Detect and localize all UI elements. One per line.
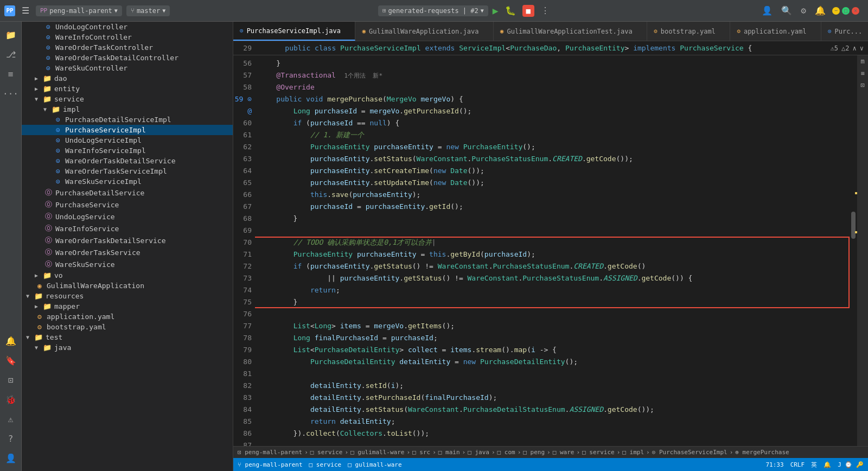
tree-label: mapper — [54, 302, 80, 310]
right-icon-bar: m ≡ ⊡ — [857, 55, 868, 446]
branch-selector[interactable]: ⑂ master ▼ — [126, 5, 170, 16]
java-icon: ⊙ — [53, 126, 63, 134]
scrollbar-thumb[interactable] — [851, 212, 856, 239]
project-icon[interactable]: 📁 — [2, 26, 20, 43]
tree-item-GulimallWareApplication[interactable]: ◉ GulimallWareApplication — [22, 281, 233, 291]
tab-application-yaml[interactable]: ⚙ application.yaml × — [730, 22, 821, 41]
tree-item-entity[interactable]: ▶ 📁 entity — [22, 84, 233, 94]
terminal-icon[interactable]: ⊡ — [2, 371, 20, 389]
tree-item-bootstrap-yaml[interactable]: ⚙ bootstrap.yaml — [22, 322, 233, 332]
vertical-scrollbar[interactable] — [850, 55, 857, 446]
code-line-66: purchaseEntity.setUpdateTime(new Date())… — [255, 177, 850, 189]
tab-GulimallWareApplicationTest[interactable]: ◉ GulimallWareApplicationTest.java × — [494, 22, 647, 41]
tree-item-resources[interactable]: ▼ 📁 resources — [22, 291, 233, 301]
breadcrumb-sep: › — [646, 449, 650, 456]
folder-icon: 📁 — [34, 292, 43, 300]
notifications-icon[interactable]: 🔔 — [813, 4, 828, 17]
tab-Purc[interactable]: ⊙ Purc... × — [821, 22, 868, 41]
tree-item-WareOrderTaskDetailController[interactable]: ⊙ WareOrderTaskDetailController — [22, 53, 233, 63]
tab-GulimallWareApplication[interactable]: ◉ GulimallWareApplication.java × — [355, 22, 493, 41]
tab-PurchaseServiceImpl[interactable]: ⊙ PurchaseServiceImpl.java × — [233, 22, 355, 41]
structure-icon[interactable]: ≡ — [2, 65, 20, 82]
tree-item-PurchaseServiceImpl[interactable]: ⊙ PurchaseServiceImpl — [22, 125, 233, 135]
person-icon[interactable]: 👤 — [2, 449, 20, 467]
tree-item-PurchaseDetailService[interactable]: ⓪ PurchaseDetailService — [22, 187, 233, 199]
tree-item-UndoLogService[interactable]: ⓪ UndoLogService — [22, 211, 233, 222]
tree-item-test[interactable]: ▼ 📁 test — [22, 332, 233, 342]
tree-item-PurchaseService[interactable]: ⓪ PurchaseService — [22, 199, 233, 211]
maximize-button[interactable]: □ — [842, 7, 850, 15]
close-button[interactable]: × — [852, 7, 859, 15]
help-icon[interactable]: ? — [2, 430, 20, 447]
notification-icon: 🔔 — [824, 461, 831, 468]
code-line-74: || purchaseEntity.getStatus() != WareCon… — [255, 272, 850, 284]
folder-icon: 📁 — [42, 302, 52, 310]
service-status: □ service — [309, 461, 342, 468]
tree-item-java[interactable]: ▼ 📁 java — [22, 342, 233, 353]
code-line-73: if (purchaseEntity.getStatus() != WareCo… — [255, 260, 850, 272]
code-column[interactable]: } @Transactional 1个用法 新* @Override publi… — [255, 55, 850, 446]
minimize-button[interactable]: − — [832, 7, 840, 15]
breadcrumb-item: □ service — [582, 449, 615, 456]
breadcrumb-sep: › — [617, 449, 621, 456]
tree-item-dao[interactable]: ▶ 📁 dao — [22, 73, 233, 84]
debug-side-icon[interactable]: 🐞 — [2, 391, 20, 408]
tree-item-WareOrderTaskService[interactable]: ⓪ WareOrderTaskService — [22, 246, 233, 258]
tree-item-WareOrderTaskController[interactable]: ⊙ WareOrderTaskController — [22, 42, 233, 53]
tree-item-WareInfoController[interactable]: ⊙ WareInfoController — [22, 32, 233, 42]
hamburger-icon[interactable]: ☰ — [20, 3, 31, 18]
git-icon[interactable]: ⎇ — [2, 46, 20, 63]
tree-label: WareOrderTaskDetailService — [55, 237, 166, 245]
lang-status: 英 — [811, 461, 817, 469]
code-line-62: // 1. 新建一个 — [255, 129, 850, 141]
tree-item-WareSkuService[interactable]: ⓪ WareSkuService — [22, 258, 233, 270]
tree-item-mapper[interactable]: ▶ 📁 mapper — [22, 301, 233, 311]
right-sidebar-icon3[interactable]: ⊡ — [860, 81, 864, 89]
issues-icon[interactable]: ⚠ — [2, 410, 20, 428]
collapse-icon: ▶ — [35, 75, 42, 81]
code-line-57: @Transactional 1个用法 新* — [255, 69, 850, 81]
code-line-79: Long finalPurchaseId = purchaseId; — [255, 332, 850, 344]
tree-item-application-yaml[interactable]: ⚙ application.yaml — [22, 311, 233, 322]
breadcrumb-item: □ service — [310, 449, 343, 456]
run-config[interactable]: ⊞ generated-requests | #2 ▼ — [378, 5, 488, 16]
java-icon: ⊙ — [53, 136, 63, 144]
tree-item-vo[interactable]: ▶ 📁 vo — [22, 270, 233, 281]
notifications-side-icon[interactable]: 🔔 — [2, 332, 20, 349]
tree-item-service[interactable]: ▼ 📁 service — [22, 94, 233, 104]
right-sidebar-icon[interactable]: m — [860, 58, 864, 65]
breadcrumb-item: □ peng — [523, 449, 545, 456]
project-selector[interactable]: PP peng-mall-parent ▼ — [36, 5, 122, 16]
tree-item-UndoLogController[interactable]: ⊙ UndoLogController — [22, 22, 233, 32]
tree-item-WareSkuController[interactable]: ⊙ WareSkuController — [22, 63, 233, 73]
tree-item-WareOrderTaskServiceImpl[interactable]: ⊙ WareOrderTaskServiceImpl — [22, 166, 233, 176]
folder-icon: 📁 — [42, 343, 52, 352]
user-icon[interactable]: 👤 — [760, 4, 775, 17]
tree-item-WareOrderTaskDetailService[interactable]: ⓪ WareOrderTaskDetailService — [22, 234, 233, 246]
tree-item-WareInfoServiceImpl[interactable]: ⊙ WareInfoServiceImpl — [22, 145, 233, 156]
tree-item-WareOrderTaskDetailService[interactable]: ⊙ WareOrderTaskDetailService — [22, 156, 233, 166]
tree-label: WareSkuService — [55, 260, 115, 269]
tree-item-PurchaseDetailServiceImpl[interactable]: ⊙ PurchaseDetailServiceImpl — [22, 114, 233, 125]
tab-bootstrap-yaml[interactable]: ⚙ bootstrap.yaml × — [647, 22, 730, 41]
bookmark-icon[interactable]: 🔖 — [2, 352, 20, 369]
tree-item-WareInfoService[interactable]: ⓪ WareInfoService — [22, 222, 233, 234]
tree-item-impl[interactable]: ▼ 📁 impl — [22, 104, 233, 114]
tree-item-WareSkuServiceImpl[interactable]: ⊙ WareSkuServiceImpl — [22, 176, 233, 187]
titlebar-center: ⊞ generated-requests | #2 ▼ ▶ 🐛 ■ ⋮ — [174, 4, 755, 17]
expand-icon: ▼ — [26, 334, 34, 340]
tree-label: PurchaseServiceImpl — [65, 126, 146, 134]
right-sidebar-icon2[interactable]: ≡ — [860, 69, 864, 77]
tree-item-UndoLogServiceImpl[interactable]: ⊙ UndoLogServiceImpl — [22, 135, 233, 145]
warning-indicator — [855, 192, 857, 194]
dots-icon[interactable]: ··· — [2, 85, 20, 102]
run-button[interactable]: ▶ — [493, 5, 499, 16]
stop-button[interactable]: ■ — [522, 5, 534, 17]
settings-icon[interactable]: ⚙ — [799, 4, 808, 17]
tab-label: bootstrap.yaml — [661, 28, 716, 35]
java-icon: ⊙ — [53, 116, 63, 124]
tree-label: WareInfoController — [55, 33, 132, 41]
more-button[interactable]: ⋮ — [539, 4, 552, 17]
search-icon[interactable]: 🔍 — [779, 4, 794, 17]
debug-button[interactable]: 🐛 — [503, 4, 518, 17]
